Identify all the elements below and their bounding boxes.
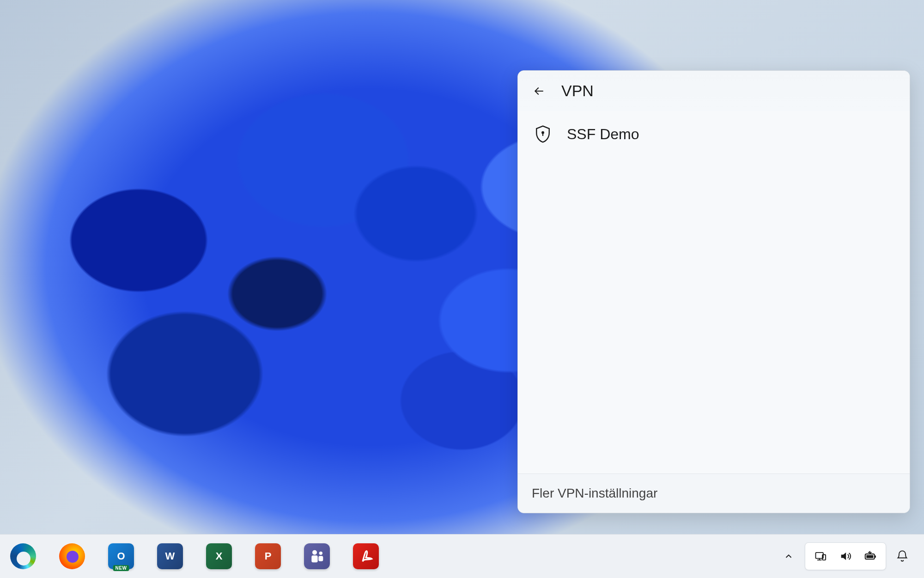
app-letter: O (117, 550, 125, 562)
svg-point-2 (312, 550, 317, 555)
battery-icon (863, 549, 877, 563)
shield-lock-icon (533, 124, 553, 144)
vpn-connection-name: SSF Demo (567, 126, 639, 143)
network-button[interactable] (808, 545, 833, 568)
quick-settings-group[interactable] (805, 542, 886, 570)
word-icon: W (157, 543, 183, 569)
app-letter: X (216, 550, 223, 562)
powerpoint-icon: P (255, 543, 281, 569)
taskbar-apps: O NEW W X P (6, 539, 397, 574)
network-icon (814, 550, 827, 563)
vpn-flyout-panel: VPN SSF Demo Fler VPN-inställningar (517, 70, 910, 513)
vpn-panel-header: VPN (518, 71, 910, 111)
more-vpn-settings-link[interactable]: Fler VPN-inställningar (518, 473, 910, 513)
battery-button[interactable] (858, 545, 883, 568)
taskbar-app-powerpoint[interactable]: P (250, 539, 286, 574)
edge-icon (10, 543, 36, 569)
svg-point-3 (319, 552, 322, 555)
outlook-icon: O NEW (108, 543, 134, 569)
vpn-list: SSF Demo (518, 111, 910, 473)
taskbar-app-excel[interactable]: X (201, 539, 237, 574)
new-badge: NEW (113, 565, 129, 571)
teams-icon (304, 543, 330, 569)
vpn-connection-item[interactable]: SSF Demo (531, 115, 897, 154)
arrow-left-icon (532, 84, 546, 98)
taskbar-app-firefox[interactable] (55, 539, 90, 574)
svg-rect-5 (318, 556, 323, 561)
acrobat-icon (353, 543, 379, 569)
notifications-button[interactable] (889, 543, 916, 570)
volume-button[interactable] (833, 545, 858, 568)
svg-rect-1 (542, 133, 543, 136)
svg-rect-9 (875, 555, 876, 558)
acrobat-glyph-icon (358, 548, 374, 564)
taskbar-app-word[interactable]: W (152, 539, 188, 574)
app-letter: W (165, 550, 175, 562)
taskbar-app-edge[interactable] (6, 539, 41, 574)
firefox-icon (59, 543, 85, 569)
taskbar-app-teams[interactable] (299, 539, 334, 574)
taskbar-app-outlook[interactable]: O NEW (103, 539, 139, 574)
taskbar-app-acrobat[interactable] (348, 539, 383, 574)
app-letter: P (265, 550, 272, 562)
more-vpn-settings-label: Fler VPN-inställningar (532, 486, 657, 500)
vpn-panel-title: VPN (561, 82, 594, 100)
taskbar: O NEW W X P (0, 534, 924, 578)
tray-overflow-button[interactable] (775, 543, 802, 570)
excel-icon: X (206, 543, 232, 569)
teams-glyph-icon (308, 547, 326, 566)
bell-icon (896, 550, 909, 563)
svg-rect-4 (311, 555, 317, 562)
back-button[interactable] (531, 83, 547, 99)
chevron-up-icon (784, 551, 794, 561)
speaker-icon (839, 550, 852, 563)
svg-rect-10 (866, 555, 873, 558)
system-tray (775, 542, 916, 570)
